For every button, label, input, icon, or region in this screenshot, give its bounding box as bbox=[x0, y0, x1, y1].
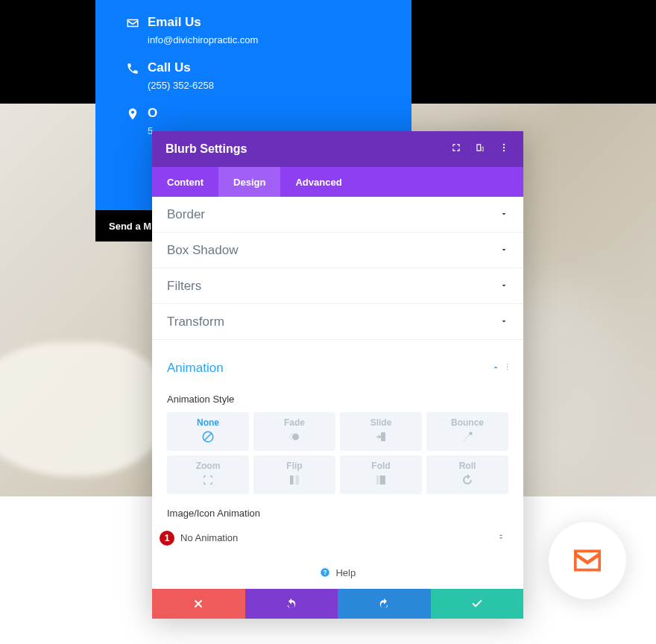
email-value: info@divichiropractic.com bbox=[148, 34, 258, 45]
call-value: (255) 352-6258 bbox=[148, 80, 214, 91]
slide-icon bbox=[374, 430, 388, 446]
zoom-icon bbox=[201, 473, 215, 490]
image-animation-row: 1 No Animation bbox=[167, 526, 508, 549]
svg-rect-10 bbox=[381, 432, 385, 441]
anim-option-roll[interactable]: Roll bbox=[426, 455, 508, 494]
svg-point-1 bbox=[503, 147, 505, 148]
fold-icon bbox=[374, 473, 388, 490]
tab-content[interactable]: Content bbox=[152, 167, 218, 197]
call-title: Call Us bbox=[148, 60, 214, 75]
help-label: Help bbox=[335, 567, 356, 578]
anim-option-fade[interactable]: Fade bbox=[253, 412, 335, 451]
section-box-shadow[interactable]: Box Shadow bbox=[152, 233, 523, 268]
svg-point-3 bbox=[507, 364, 508, 365]
svg-point-12 bbox=[463, 439, 464, 441]
mail-icon bbox=[118, 15, 148, 45]
section-more-icon[interactable] bbox=[506, 362, 508, 375]
svg-point-4 bbox=[507, 366, 508, 367]
svg-point-2 bbox=[503, 150, 505, 151]
anim-option-zoom[interactable]: Zoom bbox=[167, 455, 249, 494]
svg-point-13 bbox=[465, 437, 467, 438]
anim-option-flip[interactable]: Flip bbox=[253, 455, 335, 494]
anim-option-bounce[interactable]: Bounce bbox=[426, 412, 508, 451]
section-animation[interactable]: Animation bbox=[152, 350, 523, 386]
animation-style-grid: None Fade Slide Bounce Zoom bbox=[167, 412, 508, 494]
mail-icon bbox=[571, 547, 604, 574]
anim-option-none[interactable]: None bbox=[167, 412, 249, 451]
svg-point-7 bbox=[291, 434, 292, 435]
chevron-down-icon bbox=[499, 315, 508, 329]
anim-option-slide[interactable]: Slide bbox=[340, 412, 422, 451]
bounce-icon bbox=[461, 430, 474, 446]
more-icon[interactable] bbox=[492, 142, 516, 156]
contact-call-row[interactable]: Call Us (255) 352-6258 bbox=[95, 53, 411, 98]
image-animation-select[interactable]: No Animation bbox=[177, 526, 508, 549]
svg-point-8 bbox=[289, 436, 291, 438]
tab-advanced[interactable]: Advanced bbox=[280, 167, 356, 197]
chevron-down-icon bbox=[499, 280, 508, 293]
section-transform[interactable]: Transform bbox=[152, 304, 523, 340]
help-link[interactable]: ? Help bbox=[167, 549, 508, 589]
undo-button[interactable] bbox=[245, 589, 338, 619]
svg-point-11 bbox=[469, 432, 473, 435]
anim-option-fold[interactable]: Fold bbox=[340, 455, 422, 494]
animation-panel: Animation Style None Fade Slide Bounce bbox=[152, 394, 523, 589]
section-filters[interactable]: Filters bbox=[152, 268, 523, 304]
svg-point-0 bbox=[503, 144, 505, 145]
select-arrows-icon bbox=[498, 531, 504, 544]
chevron-down-icon bbox=[499, 244, 508, 257]
section-border[interactable]: Border bbox=[152, 197, 523, 233]
fade-icon bbox=[288, 430, 301, 446]
modal-tabs: Content Design Advanced bbox=[152, 167, 523, 197]
svg-point-14 bbox=[467, 435, 469, 436]
send-message-label: Send a M bbox=[109, 221, 151, 232]
flip-icon bbox=[288, 473, 301, 490]
modal-title: Blurb Settings bbox=[165, 142, 444, 156]
svg-point-6 bbox=[292, 433, 299, 440]
expand-icon[interactable] bbox=[444, 142, 468, 156]
contact-email-row[interactable]: Email Us info@divichiropractic.com bbox=[95, 7, 411, 53]
location-icon bbox=[118, 106, 148, 136]
svg-point-5 bbox=[507, 369, 508, 370]
ban-icon bbox=[201, 430, 215, 446]
responsive-icon[interactable] bbox=[468, 142, 492, 156]
roll-icon bbox=[461, 473, 474, 490]
svg-rect-18 bbox=[376, 476, 379, 484]
contact-fab[interactable] bbox=[549, 522, 626, 599]
animation-style-label: Animation Style bbox=[167, 394, 508, 405]
tab-design[interactable]: Design bbox=[218, 167, 280, 197]
image-animation-value: No Animation bbox=[177, 526, 508, 549]
location-title-partial: O bbox=[148, 106, 157, 121]
modal-footer bbox=[152, 589, 523, 619]
modal-body: Border Box Shadow Filters Transform Anim… bbox=[152, 197, 523, 589]
redo-button[interactable] bbox=[338, 589, 431, 619]
email-title: Email Us bbox=[148, 15, 258, 30]
modal-header[interactable]: Blurb Settings bbox=[152, 131, 523, 167]
svg-point-9 bbox=[291, 438, 292, 440]
svg-rect-15 bbox=[290, 476, 294, 484]
blurb-settings-modal: Blurb Settings Content Design Advanced B… bbox=[152, 131, 523, 619]
cancel-button[interactable] bbox=[152, 589, 245, 619]
callout-badge-1: 1 bbox=[160, 531, 174, 546]
image-animation-label: Image/Icon Animation bbox=[167, 508, 508, 519]
confirm-button[interactable] bbox=[431, 589, 524, 619]
svg-text:?: ? bbox=[323, 569, 327, 576]
chevron-up-icon bbox=[491, 362, 500, 375]
svg-rect-16 bbox=[296, 476, 300, 484]
phone-icon bbox=[118, 60, 148, 91]
svg-rect-17 bbox=[380, 476, 386, 484]
chevron-down-icon bbox=[499, 208, 508, 221]
